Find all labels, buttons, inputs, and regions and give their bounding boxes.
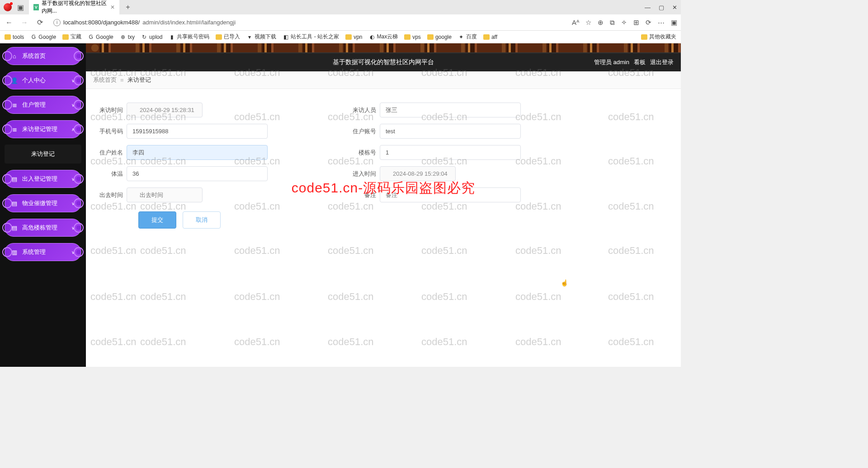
url-bar[interactable]: i localhost:8080/djangokm488/admin/dist/… bbox=[50, 17, 567, 28]
temp-input[interactable] bbox=[127, 166, 268, 181]
submenu-item[interactable]: 来访登记 bbox=[5, 145, 81, 164]
nav-refresh-icon[interactable]: ⟳ bbox=[34, 17, 45, 28]
sidebar-item-2[interactable]: ≣住户管理∨ bbox=[5, 96, 81, 114]
enter-time-label: 进入时间 bbox=[346, 170, 376, 178]
bookmark-label: Google bbox=[38, 34, 56, 40]
watermark-text: code51.cn bbox=[90, 336, 137, 348]
sidebar-item-4[interactable]: ▤出入登记管理∨ bbox=[5, 170, 81, 188]
dashboard-link[interactable]: 看板 bbox=[634, 58, 646, 66]
bookmark-label: txy bbox=[128, 34, 135, 40]
bookmark-item[interactable]: ▾视频下载 bbox=[246, 33, 276, 41]
bookmark-item[interactable]: 宝藏 bbox=[62, 33, 81, 41]
chevron-down-icon: ∨ bbox=[71, 103, 75, 108]
collections-icon[interactable]: ✧ bbox=[621, 19, 627, 27]
watermark-text: code51.cn bbox=[328, 336, 374, 348]
nav-back-icon[interactable]: ← bbox=[4, 17, 14, 28]
sync-icon[interactable]: ⟳ bbox=[646, 19, 651, 27]
extension-icon[interactable]: ⊕ bbox=[598, 19, 604, 27]
bookmark-item[interactable]: vps bbox=[404, 34, 421, 40]
bookmark-item[interactable]: 已导入 bbox=[216, 33, 240, 41]
logout-link[interactable]: 退出登录 bbox=[650, 58, 674, 66]
bookmarks-more[interactable]: 其他收藏夹 bbox=[641, 33, 676, 41]
bookmark-label: 共享账号密码 bbox=[177, 33, 209, 41]
window-close-icon[interactable]: ✕ bbox=[672, 4, 677, 11]
browser-tab[interactable]: V 基于数据可视化的智慧社区内网... ✕ bbox=[29, 0, 119, 17]
bookmark-label: 其他收藏夹 bbox=[649, 33, 676, 41]
sidebar-item-1[interactable]: 👤个人中心∨ bbox=[5, 71, 81, 89]
site-info-icon[interactable]: i bbox=[53, 19, 61, 26]
bookmark-item[interactable]: ◧站长工具 - 站长之家 bbox=[283, 33, 339, 41]
vue-favicon-icon: V bbox=[33, 4, 39, 10]
visitor-input[interactable] bbox=[380, 103, 521, 117]
menu-label: 物业催缴管理 bbox=[22, 199, 57, 207]
new-tab-button[interactable]: + bbox=[122, 2, 134, 12]
watermark-text: code51.cn bbox=[421, 245, 467, 257]
submit-button[interactable]: 提交 bbox=[138, 211, 176, 229]
bookmark-item[interactable]: ◐Max云梯 bbox=[369, 33, 398, 41]
bookmark-item[interactable]: ⊕txy bbox=[120, 34, 135, 40]
menu-label: 出入登记管理 bbox=[22, 175, 57, 183]
bookmark-label: 视频下载 bbox=[255, 33, 276, 41]
sidebar-item-5[interactable]: ▤物业催缴管理∨ bbox=[5, 194, 81, 212]
sidebar-item-0[interactable]: ⌂系统首页 bbox=[5, 47, 81, 65]
favicon-icon: G bbox=[30, 34, 37, 40]
bookmark-item[interactable]: GGoogle bbox=[30, 34, 56, 40]
bookmark-item[interactable]: ▮共享账号密码 bbox=[169, 33, 209, 41]
window-max-icon[interactable]: ▢ bbox=[659, 4, 664, 11]
leave-time-label: 出去时间 bbox=[93, 191, 123, 199]
sidebar-item-7[interactable]: ▥系统管理∨ bbox=[5, 243, 81, 261]
menu-label: 高危楼栋管理 bbox=[22, 224, 57, 232]
profile-avatar-icon[interactable] bbox=[4, 3, 12, 11]
watermark-text: code51.cn bbox=[608, 245, 654, 257]
phone-input[interactable] bbox=[127, 124, 268, 139]
bookmark-item[interactable]: ✦百度 bbox=[458, 33, 477, 41]
cancel-button[interactable]: 取消 bbox=[183, 211, 221, 229]
chevron-down-icon: ∨ bbox=[71, 177, 75, 182]
apps-icon[interactable]: ⊞ bbox=[633, 19, 639, 27]
read-aloud-icon[interactable]: Aᴬ bbox=[572, 19, 579, 27]
menu-icon: ≣ bbox=[11, 126, 18, 132]
bookmark-item[interactable]: ↻uplod bbox=[141, 34, 162, 40]
account-input[interactable] bbox=[380, 124, 521, 139]
bookmark-item[interactable]: aff bbox=[483, 34, 497, 40]
chevron-down-icon: ∨ bbox=[71, 250, 75, 255]
enter-time-input[interactable] bbox=[380, 166, 456, 181]
favorite-icon[interactable]: ☆ bbox=[585, 19, 591, 27]
bookmark-item[interactable]: tools bbox=[5, 34, 24, 40]
bookmark-label: 宝藏 bbox=[71, 33, 81, 41]
split-icon[interactable]: ⧉ bbox=[610, 19, 615, 27]
remark-input[interactable] bbox=[380, 187, 521, 202]
bookmark-item[interactable]: GGoogle bbox=[88, 34, 113, 40]
bookmark-label: vpn bbox=[354, 34, 362, 40]
resident-label: 住户姓名 bbox=[93, 149, 123, 157]
folder-icon bbox=[5, 34, 11, 40]
watermark-text: code51.cn bbox=[515, 336, 561, 348]
menu-label: 来访登记管理 bbox=[22, 125, 57, 133]
sidebar-item-3[interactable]: ≣来访登记管理∧ bbox=[5, 120, 81, 138]
sidebar-item-6[interactable]: ▤高危楼栋管理∨ bbox=[5, 219, 81, 237]
form-area: 来访时间 🕒 来访人员 手机号码 住户账号 住户姓名 bbox=[86, 89, 681, 238]
building-input[interactable] bbox=[380, 145, 521, 160]
menu-icon: ▤ bbox=[11, 200, 18, 206]
bookmark-label: Max云梯 bbox=[377, 33, 398, 41]
watermark-text: code51.cn bbox=[234, 245, 280, 257]
bookmark-label: tools bbox=[13, 34, 24, 40]
main-content: 基于数据可视化的智慧社区内网平台 管理员 admin 看板 退出登录 系统首页 … bbox=[86, 43, 681, 367]
temp-label: 体温 bbox=[93, 170, 123, 178]
bookmark-item[interactable]: vpn bbox=[345, 34, 362, 40]
tabs-overview-icon[interactable]: ▣ bbox=[14, 2, 26, 12]
leave-time-input[interactable] bbox=[127, 187, 203, 202]
breadcrumb-home[interactable]: 系统首页 bbox=[93, 76, 117, 84]
account-label: 住户账号 bbox=[346, 127, 376, 136]
visit-time-input[interactable] bbox=[127, 103, 203, 117]
nav-forward-icon[interactable]: → bbox=[19, 17, 30, 28]
bookmark-item[interactable]: google bbox=[427, 34, 452, 40]
sidebar-icon[interactable]: ▣ bbox=[671, 19, 677, 27]
watermark-text: code51.cn bbox=[234, 336, 280, 348]
tab-close-icon[interactable]: ✕ bbox=[110, 4, 115, 10]
folder-icon bbox=[641, 34, 647, 40]
more-icon[interactable]: ⋯ bbox=[658, 19, 665, 27]
resident-input[interactable] bbox=[127, 145, 268, 160]
window-min-icon[interactable]: — bbox=[645, 4, 651, 11]
tab-bar: ▣ V 基于数据可视化的智慧社区内网... ✕ + — ▢ ✕ bbox=[0, 0, 681, 14]
